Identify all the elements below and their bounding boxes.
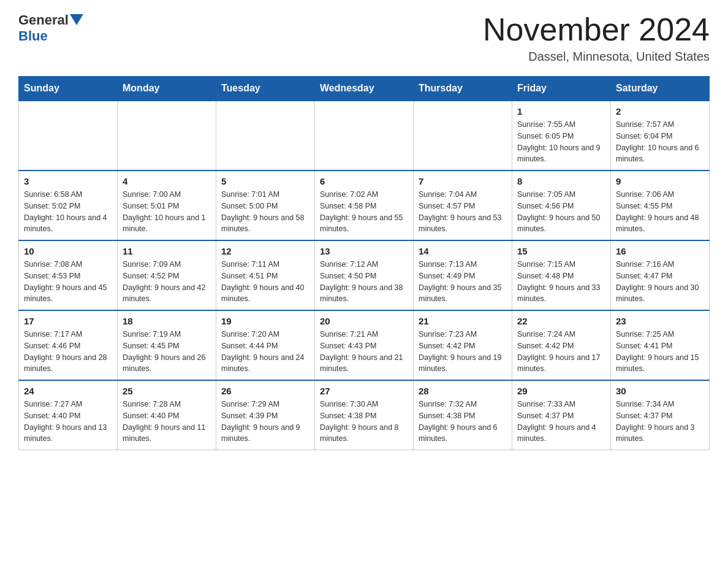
calendar-cell: 21Sunrise: 7:23 AM Sunset: 4:42 PM Dayli… [414,310,512,380]
calendar-cell: 8Sunrise: 7:05 AM Sunset: 4:56 PM Daylig… [512,170,611,240]
day-number: 14 [419,246,507,256]
calendar-cell: 13Sunrise: 7:12 AM Sunset: 4:50 PM Dayli… [315,240,414,310]
day-info: Sunrise: 7:33 AM Sunset: 4:37 PM Dayligh… [517,399,605,445]
calendar-header-saturday: Saturday [611,77,710,101]
calendar-cell: 26Sunrise: 7:29 AM Sunset: 4:39 PM Dayli… [216,380,315,450]
calendar-cell: 17Sunrise: 7:17 AM Sunset: 4:46 PM Dayli… [19,310,118,380]
day-info: Sunrise: 7:28 AM Sunset: 4:40 PM Dayligh… [123,399,211,445]
calendar-header-thursday: Thursday [414,77,512,101]
day-number: 27 [320,386,408,396]
page-header: General Blue November 2024 Dassel, Minne… [18,12,710,64]
calendar-cell: 25Sunrise: 7:28 AM Sunset: 4:40 PM Dayli… [118,380,216,450]
calendar-cell: 16Sunrise: 7:16 AM Sunset: 4:47 PM Dayli… [611,240,710,310]
day-info: Sunrise: 7:32 AM Sunset: 4:38 PM Dayligh… [419,399,507,445]
day-info: Sunrise: 7:30 AM Sunset: 4:38 PM Dayligh… [320,399,408,445]
day-number: 4 [123,176,211,186]
calendar-cell: 12Sunrise: 7:11 AM Sunset: 4:51 PM Dayli… [216,240,315,310]
day-info: Sunrise: 7:29 AM Sunset: 4:39 PM Dayligh… [221,399,309,445]
day-number: 22 [517,316,605,326]
day-number: 25 [123,386,211,396]
day-number: 12 [221,246,309,256]
calendar-cell: 14Sunrise: 7:13 AM Sunset: 4:49 PM Dayli… [414,240,512,310]
day-number: 9 [616,176,704,186]
calendar-header-friday: Friday [512,77,611,101]
day-info: Sunrise: 7:02 AM Sunset: 4:58 PM Dayligh… [320,189,408,235]
day-info: Sunrise: 7:55 AM Sunset: 6:05 PM Dayligh… [517,119,605,165]
calendar-cell: 1Sunrise: 7:55 AM Sunset: 6:05 PM Daylig… [512,101,611,170]
day-info: Sunrise: 7:25 AM Sunset: 4:41 PM Dayligh… [616,329,704,375]
calendar-header-wednesday: Wednesday [315,77,414,101]
logo-triangle-icon [70,14,83,25]
calendar-cell: 7Sunrise: 7:04 AM Sunset: 4:57 PM Daylig… [414,170,512,240]
calendar-cell: 28Sunrise: 7:32 AM Sunset: 4:38 PM Dayli… [414,380,512,450]
calendar-cell: 19Sunrise: 7:20 AM Sunset: 4:44 PM Dayli… [216,310,315,380]
calendar-week-row: 17Sunrise: 7:17 AM Sunset: 4:46 PM Dayli… [19,310,710,380]
calendar-week-row: 1Sunrise: 7:55 AM Sunset: 6:05 PM Daylig… [19,101,710,170]
calendar-header-tuesday: Tuesday [216,77,315,101]
day-number: 8 [517,176,605,186]
calendar-cell [118,101,216,170]
day-number: 15 [517,246,605,256]
calendar-cell: 15Sunrise: 7:15 AM Sunset: 4:48 PM Dayli… [512,240,611,310]
day-number: 17 [24,316,112,326]
day-info: Sunrise: 7:11 AM Sunset: 4:51 PM Dayligh… [221,259,309,305]
calendar-cell [315,101,414,170]
calendar-cell: 23Sunrise: 7:25 AM Sunset: 4:41 PM Dayli… [611,310,710,380]
calendar-header-monday: Monday [118,77,216,101]
calendar-cell: 11Sunrise: 7:09 AM Sunset: 4:52 PM Dayli… [118,240,216,310]
day-info: Sunrise: 7:04 AM Sunset: 4:57 PM Dayligh… [419,189,507,235]
day-info: Sunrise: 7:21 AM Sunset: 4:43 PM Dayligh… [320,329,408,375]
calendar-cell: 10Sunrise: 7:08 AM Sunset: 4:53 PM Dayli… [19,240,118,310]
day-info: Sunrise: 7:19 AM Sunset: 4:45 PM Dayligh… [123,329,211,375]
day-info: Sunrise: 7:34 AM Sunset: 4:37 PM Dayligh… [616,399,704,445]
day-number: 26 [221,386,309,396]
day-info: Sunrise: 7:01 AM Sunset: 5:00 PM Dayligh… [221,189,309,235]
day-info: Sunrise: 7:06 AM Sunset: 4:55 PM Dayligh… [616,189,704,235]
calendar-week-row: 3Sunrise: 6:58 AM Sunset: 5:02 PM Daylig… [19,170,710,240]
calendar-week-row: 10Sunrise: 7:08 AM Sunset: 4:53 PM Dayli… [19,240,710,310]
day-info: Sunrise: 7:24 AM Sunset: 4:42 PM Dayligh… [517,329,605,375]
day-number: 13 [320,246,408,256]
day-info: Sunrise: 7:17 AM Sunset: 4:46 PM Dayligh… [24,329,112,375]
day-info: Sunrise: 7:20 AM Sunset: 4:44 PM Dayligh… [221,329,309,375]
day-number: 2 [616,106,704,117]
day-number: 1 [517,106,605,117]
calendar-header-row: SundayMondayTuesdayWednesdayThursdayFrid… [19,77,710,101]
calendar-cell: 22Sunrise: 7:24 AM Sunset: 4:42 PM Dayli… [512,310,611,380]
location-text: Dassel, Minnesota, United States [483,50,710,64]
day-number: 18 [123,316,211,326]
day-info: Sunrise: 7:12 AM Sunset: 4:50 PM Dayligh… [320,259,408,305]
calendar-cell: 20Sunrise: 7:21 AM Sunset: 4:43 PM Dayli… [315,310,414,380]
calendar-cell: 27Sunrise: 7:30 AM Sunset: 4:38 PM Dayli… [315,380,414,450]
day-info: Sunrise: 7:27 AM Sunset: 4:40 PM Dayligh… [24,399,112,445]
calendar-cell: 18Sunrise: 7:19 AM Sunset: 4:45 PM Dayli… [118,310,216,380]
day-number: 10 [24,246,112,256]
calendar-cell: 6Sunrise: 7:02 AM Sunset: 4:58 PM Daylig… [315,170,414,240]
day-number: 23 [616,316,704,326]
calendar-cell: 5Sunrise: 7:01 AM Sunset: 5:00 PM Daylig… [216,170,315,240]
calendar-week-row: 24Sunrise: 7:27 AM Sunset: 4:40 PM Dayli… [19,380,710,450]
day-info: Sunrise: 7:09 AM Sunset: 4:52 PM Dayligh… [123,259,211,305]
day-number: 19 [221,316,309,326]
logo-general-text: General [18,12,69,28]
day-number: 5 [221,176,309,186]
day-info: Sunrise: 7:13 AM Sunset: 4:49 PM Dayligh… [419,259,507,305]
day-number: 16 [616,246,704,256]
day-number: 29 [517,386,605,396]
day-number: 30 [616,386,704,396]
day-info: Sunrise: 7:15 AM Sunset: 4:48 PM Dayligh… [517,259,605,305]
day-info: Sunrise: 7:08 AM Sunset: 4:53 PM Dayligh… [24,259,112,305]
svg-marker-0 [70,14,83,25]
month-title: November 2024 [483,12,710,47]
day-info: Sunrise: 6:58 AM Sunset: 5:02 PM Dayligh… [24,189,112,235]
day-number: 20 [320,316,408,326]
day-info: Sunrise: 7:57 AM Sunset: 6:04 PM Dayligh… [616,119,704,165]
calendar-cell: 30Sunrise: 7:34 AM Sunset: 4:37 PM Dayli… [611,380,710,450]
day-number: 7 [419,176,507,186]
calendar-cell: 3Sunrise: 6:58 AM Sunset: 5:02 PM Daylig… [19,170,118,240]
calendar-cell: 9Sunrise: 7:06 AM Sunset: 4:55 PM Daylig… [611,170,710,240]
calendar-cell: 24Sunrise: 7:27 AM Sunset: 4:40 PM Dayli… [19,380,118,450]
day-number: 6 [320,176,408,186]
calendar-cell: 29Sunrise: 7:33 AM Sunset: 4:37 PM Dayli… [512,380,611,450]
day-info: Sunrise: 7:16 AM Sunset: 4:47 PM Dayligh… [616,259,704,305]
